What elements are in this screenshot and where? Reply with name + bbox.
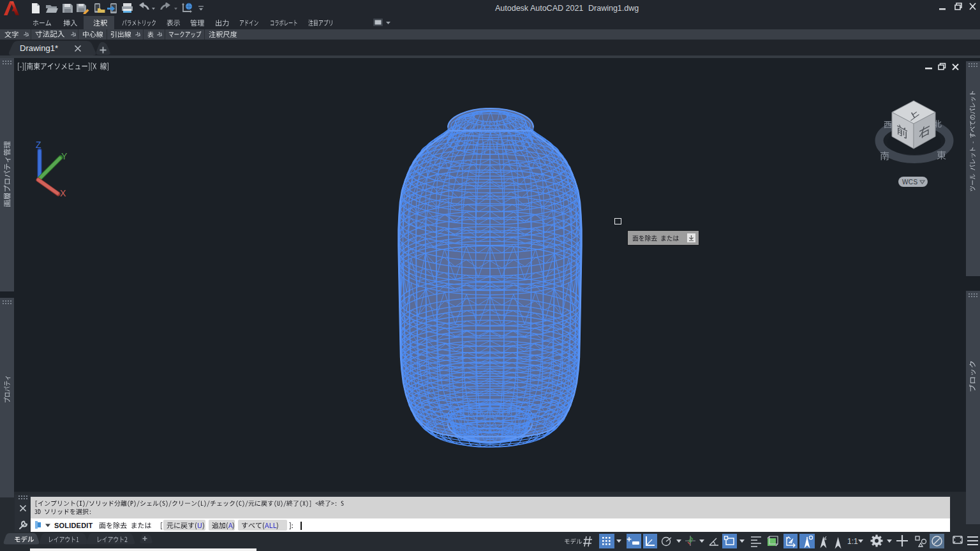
svg-text:Y: Y (61, 151, 68, 161)
svg-text:X: X (60, 188, 66, 198)
svg-text:1:1: 1:1 (847, 537, 858, 546)
svg-text:Z: Z (36, 140, 41, 150)
